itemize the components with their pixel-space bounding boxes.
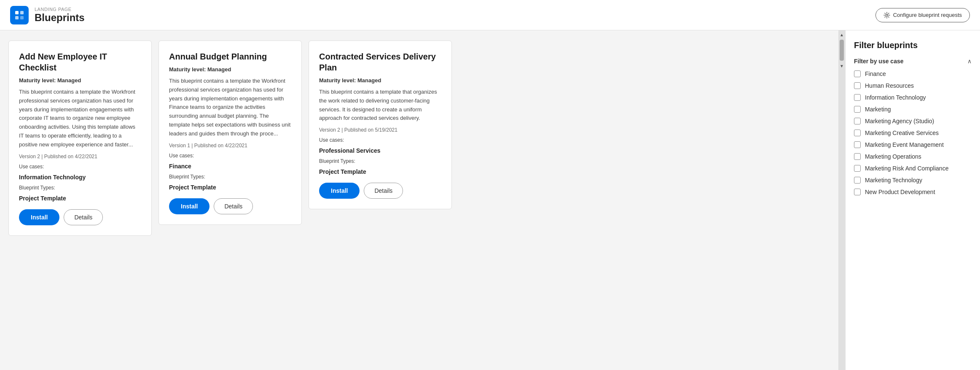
filter-use-case-label: Filter by use case <box>854 58 904 65</box>
filter-item[interactable]: Marketing Operations <box>854 153 972 160</box>
filter-checkbox[interactable] <box>854 118 861 124</box>
card-description: This blueprint contains a template the W… <box>19 88 141 149</box>
filter-item[interactable]: Human Resources <box>854 82 972 89</box>
card-blueprint-types-label: Blueprint Types: <box>169 174 291 180</box>
filter-item[interactable]: Marketing Creative Services <box>854 130 972 136</box>
card-use-cases-value: Professional Services <box>319 147 441 154</box>
filter-item[interactable]: Information Technology <box>854 94 972 101</box>
header: LANDING PAGE Blueprints Configure bluepr… <box>0 0 980 30</box>
card-title: Add New Employee IT Checklist <box>19 51 141 73</box>
filter-use-case-header[interactable]: Filter by use case ∧ <box>854 58 972 65</box>
filter-item[interactable]: Marketing Event Management <box>854 141 972 148</box>
card-use-cases-value: Finance <box>169 163 291 170</box>
card-blueprint-types-value: Project Template <box>169 184 291 191</box>
gear-icon <box>883 12 890 19</box>
svg-rect-0 <box>15 11 19 14</box>
scroll-down-button[interactable]: ▼ <box>839 63 844 68</box>
install-button[interactable]: Install <box>169 198 209 214</box>
filter-item-label: Information Technology <box>865 94 926 101</box>
card-actions: Install Details <box>319 183 441 199</box>
filter-item[interactable]: New Product Development <box>854 189 972 195</box>
svg-point-4 <box>886 14 888 16</box>
filter-checkbox[interactable] <box>854 165 861 172</box>
configure-button-label: Configure blueprint requests <box>893 12 962 18</box>
card-version: Version 2 | Published on 4/22/2021 <box>19 154 141 159</box>
card-use-cases-label: Use cases: <box>169 153 291 159</box>
header-left: LANDING PAGE Blueprints <box>10 6 85 24</box>
card-description: This blueprint contains a template that … <box>319 88 441 123</box>
install-button[interactable]: Install <box>319 183 360 199</box>
card-version: Version 1 | Published on 4/22/2021 <box>169 143 291 149</box>
svg-rect-3 <box>20 16 24 19</box>
cards-area: Add New Employee IT Checklist Maturity l… <box>0 30 838 370</box>
filter-item-label: Marketing Creative Services <box>865 130 939 136</box>
card-use-cases-label: Use cases: <box>19 164 141 170</box>
header-label: LANDING PAGE <box>35 7 85 12</box>
filter-checkbox[interactable] <box>854 153 861 160</box>
card-actions: Install Details <box>19 209 141 225</box>
card-maturity: Maturity level: Managed <box>319 77 441 84</box>
scroll-thumb <box>840 40 844 61</box>
install-button[interactable]: Install <box>19 209 59 225</box>
filter-item[interactable]: Marketing Risk And Compliance <box>854 165 972 172</box>
card-title: Contracted Services Delivery Plan <box>319 51 441 73</box>
card-description: This blueprint contains a template the W… <box>169 77 291 138</box>
svg-rect-1 <box>20 11 24 14</box>
card-maturity: Maturity level: Managed <box>19 77 141 84</box>
filter-item-label: Human Resources <box>865 82 914 89</box>
details-button[interactable]: Details <box>64 209 103 225</box>
details-button[interactable]: Details <box>364 183 403 199</box>
card-use-cases-label: Use cases: <box>319 137 441 143</box>
filter-panel: Filter blueprints Filter by use case ∧ F… <box>845 30 980 370</box>
chevron-up-icon: ∧ <box>967 58 972 65</box>
configure-blueprint-button[interactable]: Configure blueprint requests <box>875 8 970 22</box>
details-button[interactable]: Details <box>214 198 253 214</box>
card-maturity: Maturity level: Managed <box>169 66 291 73</box>
filter-item-label: Marketing Technology <box>865 177 922 184</box>
filter-checkbox[interactable] <box>854 177 861 184</box>
card-use-cases-value: Information Technology <box>19 174 141 181</box>
filter-checkbox[interactable] <box>854 141 861 148</box>
filter-checkbox[interactable] <box>854 82 861 89</box>
filter-checkbox[interactable] <box>854 94 861 101</box>
filter-item-label: Marketing <box>865 106 891 113</box>
card-blueprint-types-value: Project Template <box>19 195 141 202</box>
blueprint-card: Annual Budget Planning Maturity level: M… <box>158 41 302 225</box>
filter-checkbox[interactable] <box>854 189 861 195</box>
filter-checkbox[interactable] <box>854 106 861 113</box>
filter-item[interactable]: Marketing <box>854 106 972 113</box>
card-title: Annual Budget Planning <box>169 51 291 62</box>
filter-checkbox[interactable] <box>854 70 861 77</box>
filter-item-label: Marketing Operations <box>865 153 921 160</box>
filter-panel-title: Filter blueprints <box>854 41 972 50</box>
filter-item[interactable]: Marketing Technology <box>854 177 972 184</box>
scroll-indicator: ▲ ▼ <box>838 30 845 370</box>
filter-item[interactable]: Finance <box>854 70 972 77</box>
filter-item-label: Finance <box>865 70 886 77</box>
filter-item[interactable]: Marketing Agency (Studio) <box>854 118 972 124</box>
card-blueprint-types-label: Blueprint Types: <box>319 158 441 164</box>
main-layout: Add New Employee IT Checklist Maturity l… <box>0 30 980 370</box>
filter-item-label: Marketing Risk And Compliance <box>865 165 948 172</box>
card-blueprint-types-value: Project Template <box>319 168 441 175</box>
blueprint-card: Add New Employee IT Checklist Maturity l… <box>8 41 152 236</box>
blueprint-card: Contracted Services Delivery Plan Maturi… <box>309 41 452 209</box>
scroll-up-button[interactable]: ▲ <box>839 32 844 37</box>
filter-items-list: Finance Human Resources Information Tech… <box>854 70 972 195</box>
filter-item-label: New Product Development <box>865 189 935 195</box>
card-blueprint-types-label: Blueprint Types: <box>19 185 141 191</box>
page-title: Blueprints <box>35 12 85 24</box>
filter-checkbox[interactable] <box>854 130 861 136</box>
card-version: Version 2 | Published on 5/19/2021 <box>319 127 441 133</box>
app-icon <box>10 6 29 24</box>
filter-item-label: Marketing Event Management <box>865 141 944 148</box>
card-actions: Install Details <box>169 198 291 214</box>
svg-rect-2 <box>15 16 19 19</box>
header-title-group: LANDING PAGE Blueprints <box>35 7 85 24</box>
filter-item-label: Marketing Agency (Studio) <box>865 118 934 124</box>
